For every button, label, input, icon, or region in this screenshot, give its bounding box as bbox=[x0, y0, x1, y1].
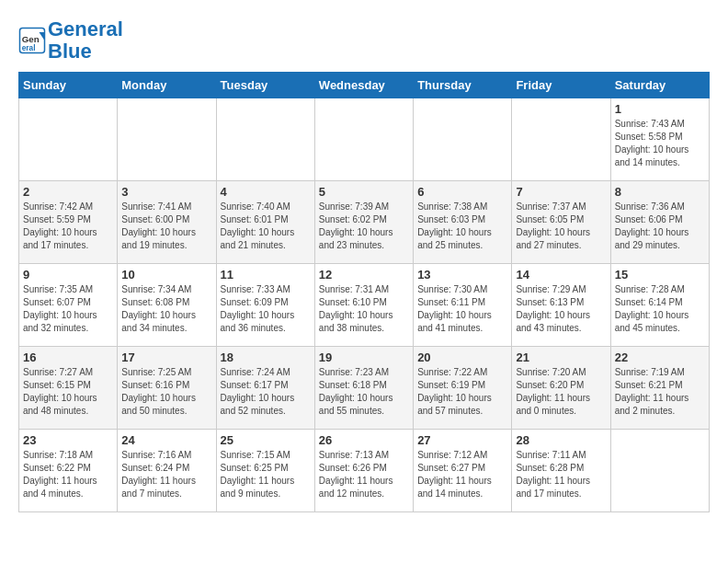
day-cell: 21Sunrise: 7:20 AM Sunset: 6:20 PM Dayli… bbox=[512, 347, 610, 430]
day-cell: 10Sunrise: 7:34 AM Sunset: 6:08 PM Dayli… bbox=[118, 264, 216, 347]
day-cell: 3Sunrise: 7:41 AM Sunset: 6:00 PM Daylig… bbox=[118, 181, 216, 264]
day-number: 9 bbox=[23, 268, 113, 282]
day-cell: 27Sunrise: 7:12 AM Sunset: 6:27 PM Dayli… bbox=[414, 430, 512, 512]
day-cell bbox=[610, 430, 709, 512]
day-info: Sunrise: 7:40 AM Sunset: 6:01 PM Dayligh… bbox=[221, 201, 311, 252]
day-info: Sunrise: 7:34 AM Sunset: 6:08 PM Dayligh… bbox=[121, 283, 211, 335]
day-cell: 20Sunrise: 7:22 AM Sunset: 6:19 PM Dayli… bbox=[414, 347, 512, 430]
day-cell: 23Sunrise: 7:18 AM Sunset: 6:22 PM Dayli… bbox=[19, 430, 118, 512]
day-number: 13 bbox=[417, 268, 507, 282]
day-info: Sunrise: 7:13 AM Sunset: 6:26 PM Dayligh… bbox=[319, 449, 409, 500]
day-number: 7 bbox=[516, 185, 606, 199]
week-row-2: 2Sunrise: 7:42 AM Sunset: 5:59 PM Daylig… bbox=[19, 181, 710, 264]
day-header-friday: Friday bbox=[512, 73, 610, 98]
day-cell bbox=[314, 98, 413, 181]
day-number: 10 bbox=[121, 268, 211, 282]
day-info: Sunrise: 7:30 AM Sunset: 6:11 PM Dayligh… bbox=[417, 283, 507, 335]
day-cell bbox=[216, 98, 314, 181]
day-cell: 5Sunrise: 7:39 AM Sunset: 6:02 PM Daylig… bbox=[314, 181, 413, 264]
day-cell: 4Sunrise: 7:40 AM Sunset: 6:01 PM Daylig… bbox=[216, 181, 314, 264]
day-cell: 6Sunrise: 7:38 AM Sunset: 6:03 PM Daylig… bbox=[414, 181, 512, 264]
day-number: 2 bbox=[23, 185, 113, 199]
calendar-table: SundayMondayTuesdayWednesdayThursdayFrid… bbox=[18, 72, 710, 512]
week-row-3: 9Sunrise: 7:35 AM Sunset: 6:07 PM Daylig… bbox=[19, 264, 710, 347]
page-header: Gen eral GeneralBlue bbox=[18, 18, 710, 63]
day-number: 21 bbox=[516, 350, 606, 364]
day-cell: 13Sunrise: 7:30 AM Sunset: 6:11 PM Dayli… bbox=[414, 264, 512, 347]
day-info: Sunrise: 7:43 AM Sunset: 5:58 PM Dayligh… bbox=[615, 118, 705, 169]
day-number: 4 bbox=[221, 185, 311, 199]
svg-text:eral: eral bbox=[22, 44, 36, 52]
day-info: Sunrise: 7:12 AM Sunset: 6:27 PM Dayligh… bbox=[417, 449, 507, 500]
day-info: Sunrise: 7:28 AM Sunset: 6:14 PM Dayligh… bbox=[615, 283, 705, 335]
week-row-1: 1Sunrise: 7:43 AM Sunset: 5:58 PM Daylig… bbox=[19, 98, 710, 181]
day-info: Sunrise: 7:16 AM Sunset: 6:24 PM Dayligh… bbox=[121, 449, 211, 500]
day-cell: 12Sunrise: 7:31 AM Sunset: 6:10 PM Dayli… bbox=[314, 264, 413, 347]
day-info: Sunrise: 7:15 AM Sunset: 6:25 PM Dayligh… bbox=[221, 449, 311, 500]
day-cell: 28Sunrise: 7:11 AM Sunset: 6:28 PM Dayli… bbox=[512, 430, 610, 512]
day-cell: 7Sunrise: 7:37 AM Sunset: 6:05 PM Daylig… bbox=[512, 181, 610, 264]
day-cell: 25Sunrise: 7:15 AM Sunset: 6:25 PM Dayli… bbox=[216, 430, 314, 512]
day-cell: 1Sunrise: 7:43 AM Sunset: 5:58 PM Daylig… bbox=[610, 98, 709, 181]
day-number: 16 bbox=[23, 350, 113, 364]
day-number: 3 bbox=[121, 185, 211, 199]
day-number: 19 bbox=[319, 350, 409, 364]
day-info: Sunrise: 7:42 AM Sunset: 5:59 PM Dayligh… bbox=[23, 201, 113, 252]
header-row: SundayMondayTuesdayWednesdayThursdayFrid… bbox=[19, 73, 710, 98]
day-header-saturday: Saturday bbox=[610, 73, 709, 98]
day-info: Sunrise: 7:25 AM Sunset: 6:16 PM Dayligh… bbox=[121, 366, 211, 418]
day-info: Sunrise: 7:37 AM Sunset: 6:05 PM Dayligh… bbox=[516, 201, 606, 252]
day-cell: 15Sunrise: 7:28 AM Sunset: 6:14 PM Dayli… bbox=[610, 264, 709, 347]
day-info: Sunrise: 7:41 AM Sunset: 6:00 PM Dayligh… bbox=[121, 201, 211, 252]
day-cell bbox=[512, 98, 610, 181]
day-number: 1 bbox=[615, 102, 705, 116]
day-header-monday: Monday bbox=[118, 73, 216, 98]
day-info: Sunrise: 7:39 AM Sunset: 6:02 PM Dayligh… bbox=[319, 201, 409, 252]
day-info: Sunrise: 7:20 AM Sunset: 6:20 PM Dayligh… bbox=[516, 366, 606, 418]
day-number: 8 bbox=[615, 185, 705, 199]
week-row-4: 16Sunrise: 7:27 AM Sunset: 6:15 PM Dayli… bbox=[19, 347, 710, 430]
day-cell bbox=[19, 98, 118, 181]
day-header-tuesday: Tuesday bbox=[216, 73, 314, 98]
day-cell bbox=[118, 98, 216, 181]
day-info: Sunrise: 7:22 AM Sunset: 6:19 PM Dayligh… bbox=[417, 366, 507, 418]
day-info: Sunrise: 7:38 AM Sunset: 6:03 PM Dayligh… bbox=[417, 201, 507, 252]
day-number: 11 bbox=[221, 268, 311, 282]
day-info: Sunrise: 7:11 AM Sunset: 6:28 PM Dayligh… bbox=[516, 449, 606, 500]
day-info: Sunrise: 7:19 AM Sunset: 6:21 PM Dayligh… bbox=[615, 366, 705, 418]
day-cell: 17Sunrise: 7:25 AM Sunset: 6:16 PM Dayli… bbox=[118, 347, 216, 430]
day-number: 26 bbox=[319, 433, 409, 447]
day-info: Sunrise: 7:23 AM Sunset: 6:18 PM Dayligh… bbox=[319, 366, 409, 418]
svg-text:Gen: Gen bbox=[22, 34, 40, 44]
day-header-thursday: Thursday bbox=[414, 73, 512, 98]
day-cell: 24Sunrise: 7:16 AM Sunset: 6:24 PM Dayli… bbox=[118, 430, 216, 512]
day-number: 22 bbox=[615, 350, 705, 364]
day-cell: 14Sunrise: 7:29 AM Sunset: 6:13 PM Dayli… bbox=[512, 264, 610, 347]
day-info: Sunrise: 7:33 AM Sunset: 6:09 PM Dayligh… bbox=[221, 283, 311, 335]
day-header-sunday: Sunday bbox=[19, 73, 118, 98]
day-number: 6 bbox=[417, 185, 507, 199]
day-number: 15 bbox=[615, 268, 705, 282]
day-number: 5 bbox=[319, 185, 409, 199]
day-info: Sunrise: 7:27 AM Sunset: 6:15 PM Dayligh… bbox=[23, 366, 113, 418]
day-cell: 16Sunrise: 7:27 AM Sunset: 6:15 PM Dayli… bbox=[19, 347, 118, 430]
day-number: 27 bbox=[417, 433, 507, 447]
day-info: Sunrise: 7:24 AM Sunset: 6:17 PM Dayligh… bbox=[221, 366, 311, 418]
day-number: 20 bbox=[417, 350, 507, 364]
day-cell: 22Sunrise: 7:19 AM Sunset: 6:21 PM Dayli… bbox=[610, 347, 709, 430]
day-info: Sunrise: 7:29 AM Sunset: 6:13 PM Dayligh… bbox=[516, 283, 606, 335]
day-cell bbox=[414, 98, 512, 181]
day-cell: 18Sunrise: 7:24 AM Sunset: 6:17 PM Dayli… bbox=[216, 347, 314, 430]
day-info: Sunrise: 7:35 AM Sunset: 6:07 PM Dayligh… bbox=[23, 283, 113, 335]
day-cell: 2Sunrise: 7:42 AM Sunset: 5:59 PM Daylig… bbox=[19, 181, 118, 264]
day-cell: 19Sunrise: 7:23 AM Sunset: 6:18 PM Dayli… bbox=[314, 347, 413, 430]
day-number: 18 bbox=[221, 350, 311, 364]
day-number: 14 bbox=[516, 268, 606, 282]
day-number: 24 bbox=[121, 433, 211, 447]
day-header-wednesday: Wednesday bbox=[314, 73, 413, 98]
day-info: Sunrise: 7:18 AM Sunset: 6:22 PM Dayligh… bbox=[23, 449, 113, 500]
day-cell: 9Sunrise: 7:35 AM Sunset: 6:07 PM Daylig… bbox=[19, 264, 118, 347]
day-info: Sunrise: 7:31 AM Sunset: 6:10 PM Dayligh… bbox=[319, 283, 409, 335]
day-info: Sunrise: 7:36 AM Sunset: 6:06 PM Dayligh… bbox=[615, 201, 705, 252]
day-cell: 8Sunrise: 7:36 AM Sunset: 6:06 PM Daylig… bbox=[610, 181, 709, 264]
